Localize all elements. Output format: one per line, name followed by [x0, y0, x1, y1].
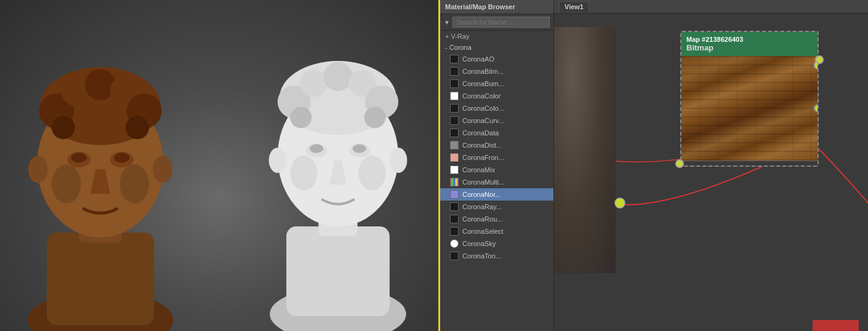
- group-corona[interactable]: - Corona: [440, 42, 553, 53]
- material-swatch: [450, 129, 459, 137]
- viewport-panel: [0, 0, 438, 331]
- svg-point-31: [364, 106, 386, 128]
- material-item[interactable]: CoronaDist...: [440, 139, 553, 151]
- node-editor[interactable]: View1 Map #2138626403 Bitmap: [554, 0, 868, 331]
- material-label: CoronaMulti...: [462, 178, 504, 186]
- material-label: CoronaRay...: [462, 203, 502, 210]
- svg-point-30: [290, 106, 311, 128]
- node-editor-canvas[interactable]: Map #2138626403 Bitmap: [554, 14, 868, 331]
- material-swatch: [450, 153, 459, 162]
- material-item[interactable]: CoronaSky: [440, 237, 553, 250]
- material-swatch: [450, 166, 459, 174]
- group-vray[interactable]: + V-Ray: [440, 31, 553, 42]
- material-label: CoronaSelect: [462, 228, 504, 235]
- node-header: Map #2138626403 Bitmap: [681, 32, 818, 56]
- material-swatch: [450, 202, 459, 211]
- svg-point-27: [323, 62, 352, 91]
- material-label: CoronaDist...: [462, 142, 502, 149]
- material-label: CoronaColor: [462, 92, 500, 100]
- material-label: CoronaBum...: [462, 80, 504, 87]
- svg-point-34: [310, 144, 323, 153]
- material-item[interactable]: CoronaBum...: [440, 78, 553, 90]
- material-item-selected[interactable]: CoronaNor...: [440, 188, 553, 201]
- svg-point-19: [153, 156, 172, 183]
- node-footer: [681, 161, 818, 166]
- search-bar: ▼: [440, 14, 553, 31]
- svg-point-11: [126, 116, 149, 139]
- material-swatch: [450, 67, 459, 76]
- bottom-connector: [813, 320, 859, 331]
- background-statue: [554, 27, 616, 273]
- search-arrow-icon[interactable]: ▼: [444, 19, 450, 26]
- bust-right: [238, 12, 438, 331]
- material-swatch: [450, 92, 459, 100]
- node-texture-preview: [681, 56, 818, 161]
- material-item[interactable]: CoronaData: [440, 127, 553, 139]
- material-label: CoronaCurv...: [462, 117, 504, 124]
- svg-point-14: [71, 153, 87, 162]
- svg-point-39: [390, 148, 407, 173]
- material-label: CoronaData: [462, 129, 499, 137]
- svg-point-38: [269, 148, 286, 173]
- connection-dot-left[interactable]: [675, 159, 684, 168]
- svg-point-40: [615, 198, 625, 208]
- bitmap-node[interactable]: Map #2138626403 Bitmap: [680, 31, 819, 167]
- svg-rect-21: [286, 226, 390, 316]
- material-item[interactable]: CoronaFron...: [440, 151, 553, 164]
- svg-point-36: [290, 156, 317, 191]
- svg-point-26: [300, 70, 327, 97]
- svg-point-15: [114, 153, 129, 162]
- material-swatch: [450, 190, 459, 199]
- svg-point-10: [52, 116, 75, 139]
- material-label: CoronaSky: [462, 240, 496, 247]
- material-swatch: [450, 227, 459, 236]
- material-item[interactable]: CoronaSelect: [440, 225, 553, 237]
- material-label: CoronaRou...: [462, 215, 502, 223]
- material-swatch: [450, 55, 459, 63]
- material-swatch: [450, 178, 459, 186]
- bust-left: [0, 18, 201, 331]
- svg-point-18: [28, 156, 48, 183]
- material-item[interactable]: CoronaTon...: [440, 250, 553, 262]
- node-connector-mid[interactable]: [814, 105, 818, 113]
- material-label: CoronaMix: [462, 166, 495, 173]
- material-item[interactable]: CoronaColor: [440, 90, 553, 102]
- material-item[interactable]: CoronaColo...: [440, 102, 553, 114]
- material-swatch: [450, 116, 459, 125]
- node-editor-tab-bar: View1: [554, 0, 868, 14]
- material-swatch: [450, 141, 459, 150]
- material-item[interactable]: CoronaAO: [440, 53, 553, 65]
- texture-image: [681, 56, 818, 161]
- material-item[interactable]: CoronaMulti...: [440, 176, 553, 188]
- material-label: CoronaBitm...: [462, 68, 504, 75]
- node-title-sub: Bitmap: [686, 43, 813, 52]
- material-item[interactable]: CoronaRay...: [440, 201, 553, 213]
- material-swatch: [450, 104, 459, 113]
- svg-point-16: [52, 164, 81, 203]
- material-item[interactable]: CoronaCurv...: [440, 114, 553, 127]
- material-label: CoronaNor...: [462, 191, 500, 198]
- material-label: CoronaFron...: [462, 154, 504, 161]
- material-swatch: [450, 252, 459, 260]
- material-swatch: [450, 215, 459, 223]
- browser-list[interactable]: + V-Ray - Corona CoronaAO CoronaBitm... …: [440, 31, 553, 331]
- material-item[interactable]: CoronaRou...: [440, 213, 553, 225]
- material-item[interactable]: CoronaBitm...: [440, 65, 553, 78]
- browser-title: Material/Map Browser: [445, 3, 515, 10]
- node-title-main: Map #2138626403: [686, 36, 813, 43]
- material-label: CoronaTon...: [462, 252, 501, 260]
- material-label: CoronaAO: [462, 55, 494, 63]
- material-browser-panel: Material/Map Browser ▼ + V-Ray - Corona …: [440, 0, 554, 331]
- view1-tab[interactable]: View1: [559, 1, 589, 12]
- svg-point-37: [358, 156, 385, 191]
- material-label: CoronaColo...: [462, 105, 504, 112]
- viewport-background: [0, 0, 438, 331]
- right-panel: Material/Map Browser ▼ + V-Ray - Corona …: [440, 0, 868, 331]
- material-item[interactable]: CoronaMix: [440, 164, 553, 176]
- search-input[interactable]: [452, 17, 550, 28]
- svg-point-35: [353, 144, 366, 153]
- material-swatch: [450, 239, 459, 248]
- svg-rect-1: [47, 233, 154, 325]
- browser-header: Material/Map Browser: [440, 0, 553, 14]
- connection-dot-right[interactable]: [815, 55, 824, 64]
